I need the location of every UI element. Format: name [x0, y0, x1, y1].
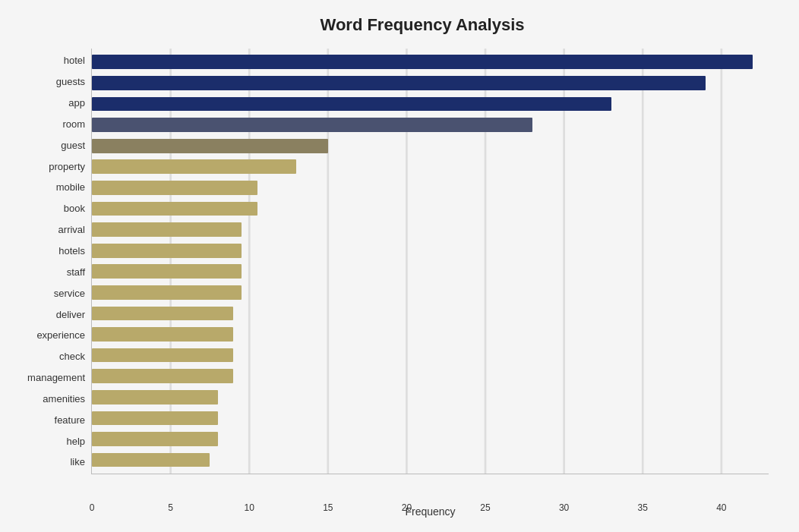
bar-row [92, 429, 769, 450]
bar-row [92, 240, 769, 261]
bar-row [92, 115, 769, 136]
bar [92, 76, 706, 90]
x-axis-label: Frequency [92, 505, 769, 518]
bar-row [92, 178, 769, 199]
bar [92, 348, 233, 363]
bar-row [92, 303, 769, 324]
bar [92, 244, 242, 258]
y-axis-label: arrival [15, 225, 85, 235]
y-axis-label: deliver [15, 310, 85, 320]
bar-row [92, 282, 769, 304]
bar-row [92, 324, 769, 345]
y-axis-label: management [15, 373, 85, 382]
bar [92, 390, 218, 405]
bar [92, 285, 242, 300]
chart-container: Word Frequency Analysis hotelguestsappro… [0, 0, 799, 532]
y-axis-label: feature [15, 415, 85, 425]
bar [92, 55, 753, 69]
bar [92, 118, 532, 132]
bar [92, 97, 611, 112]
y-axis-label: book [15, 203, 85, 213]
bar-row [92, 408, 769, 429]
y-axis-label: service [15, 288, 85, 298]
bar-row [92, 135, 769, 156]
bar-row [92, 198, 769, 219]
bar [92, 307, 233, 321]
bar [92, 327, 233, 342]
bar [92, 202, 257, 216]
bar-row [92, 93, 769, 115]
bar-row [92, 73, 769, 94]
bar-row [92, 387, 769, 408]
chart-title: Word Frequency Analysis [15, 15, 769, 35]
bar [92, 369, 233, 383]
y-axis-label: experience [15, 330, 85, 340]
y-axis-label: guest [15, 140, 85, 150]
bar-row [92, 156, 769, 178]
bar [92, 411, 218, 426]
y-axis-label: mobile [15, 182, 85, 192]
bar [92, 181, 257, 195]
y-axis-label: hotels [15, 246, 85, 256]
bar-row [92, 261, 769, 282]
y-axis-label: property [15, 162, 85, 172]
bar-row [92, 52, 769, 73]
bar [92, 432, 218, 446]
bar-row [92, 345, 769, 366]
bar-row [92, 219, 769, 241]
bar [92, 222, 242, 237]
bar [92, 264, 242, 279]
y-axis-labels: hotelguestsapproomguestpropertymobileboo… [15, 49, 91, 474]
y-axis-label: help [15, 436, 85, 446]
y-axis-label: like [15, 457, 85, 467]
y-axis-label: room [15, 119, 85, 129]
y-axis-label: guests [15, 77, 85, 87]
bar-row [92, 449, 769, 471]
bars-container [92, 49, 769, 474]
y-axis-label: amenities [15, 394, 85, 404]
y-axis-label: staff [15, 267, 85, 277]
chart-area: hotelguestsapproomguestpropertymobileboo… [15, 49, 769, 474]
y-axis-label: hotel [15, 55, 85, 65]
plot-area: 0510152025303540 Frequency [91, 49, 769, 474]
bar [92, 159, 296, 174]
y-axis-label: check [15, 351, 85, 361]
y-axis-label: app [15, 98, 85, 108]
bar [92, 139, 328, 153]
bar-row [92, 366, 769, 387]
bar [92, 453, 210, 467]
